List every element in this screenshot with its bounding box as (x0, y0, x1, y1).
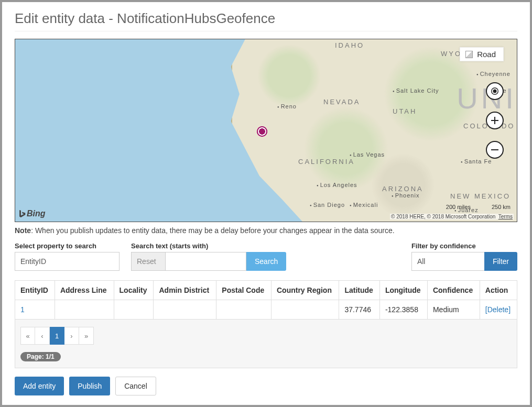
publish-button[interactable]: Publish (69, 377, 110, 395)
col-action: Action (480, 281, 517, 300)
state-label: ARIZONA (382, 185, 424, 193)
search-text-label: Search text (starts with) (131, 242, 286, 250)
terms-link[interactable]: Terms (498, 214, 513, 219)
state-label: NEW MEXICO (450, 192, 511, 200)
zoom-out-button[interactable] (486, 141, 504, 159)
page-title: Edit entity data - NotificationHubsGeofe… (15, 10, 517, 31)
map-copyright: © 2018 HERE, © 2018 Microsoft Corporatio… (390, 214, 514, 219)
map-marker[interactable] (257, 126, 267, 137)
entity-table: EntityIDAddress LineLocalityAdmin Distri… (15, 280, 517, 320)
cell-admin-district (154, 300, 216, 320)
city-label: Cheyenne (476, 71, 511, 77)
search-input[interactable] (165, 252, 246, 271)
select-property-label: Select property to search (15, 242, 120, 250)
city-label: Phoenix (392, 192, 419, 199)
col-locality: Locality (114, 281, 154, 300)
bing-icon (18, 209, 26, 218)
reset-button[interactable] (131, 252, 165, 271)
map[interactable]: UNIT IDAHOWYOMINGNEVADAUTAHCOLORADOCALIF… (15, 39, 517, 222)
col-country-region: Country Region (271, 281, 339, 300)
city-label: Santa Fe (461, 158, 492, 164)
filter-button[interactable]: Filter (484, 252, 517, 271)
pager: « ‹ 1 › » (20, 327, 512, 345)
cell-latitude: 37.7746 (339, 300, 380, 320)
col-admin-district: Admin District (154, 281, 216, 300)
minus-icon (490, 145, 500, 155)
state-label: CALIFORNIA (298, 158, 355, 166)
city-label: Los Angeles (317, 182, 357, 188)
cell-entityid: 1 (15, 300, 55, 320)
cell-postal-code (216, 300, 272, 320)
search-button[interactable]: Search (246, 252, 286, 271)
publish-note: Note: When you publish updates to entity… (15, 226, 517, 235)
pager-current[interactable]: 1 (50, 327, 64, 345)
filter-label: Filter by confidence (411, 242, 517, 250)
state-label: IDAHO (335, 41, 364, 49)
entity-id-link[interactable]: 1 (20, 305, 25, 314)
cell-action: [Delete] (480, 300, 517, 320)
cell-longitude: -122.3858 (379, 300, 427, 320)
map-scale: 200 miles 250 km (446, 204, 511, 210)
cancel-button[interactable]: Cancel (115, 377, 156, 395)
cell-locality (114, 300, 154, 320)
cell-confidence: Medium (427, 300, 480, 320)
map-type-selector[interactable]: Road (460, 47, 504, 61)
pager-last[interactable]: » (79, 327, 94, 345)
bing-logo: Bing (18, 209, 46, 218)
city-label: Mexicali (350, 202, 378, 208)
city-label: Salt Lake City (393, 87, 439, 94)
pager-first[interactable]: « (20, 327, 35, 345)
add-entity-button[interactable]: Add entity (15, 377, 64, 395)
map-type-label: Road (477, 50, 496, 59)
city-label: Las Vegas (350, 151, 385, 158)
col-entityid: EntityID (15, 281, 55, 300)
cell-country-region (271, 300, 339, 320)
plus-icon (490, 116, 500, 125)
city-label: San Diego (310, 202, 345, 208)
cell-address-line (55, 300, 114, 320)
locate-me-button[interactable] (486, 82, 504, 100)
col-confidence: Confidence (427, 281, 480, 300)
locate-icon (493, 90, 497, 93)
city-label: Reno (277, 103, 297, 109)
zoom-in-button[interactable] (486, 112, 504, 129)
property-select[interactable]: EntityID (15, 252, 120, 271)
pager-next[interactable]: › (64, 327, 79, 345)
page-indicator: Page: 1/1 (20, 352, 61, 361)
col-address-line: Address Line (55, 281, 114, 300)
confidence-filter-select[interactable]: All (411, 252, 485, 271)
state-label: NEVADA (323, 98, 361, 106)
delete-link[interactable]: [Delete] (485, 305, 511, 314)
table-row: 137.7746-122.3858Medium[Delete] (15, 300, 517, 320)
pager-prev[interactable]: ‹ (35, 327, 50, 345)
col-latitude: Latitude (339, 281, 380, 300)
col-longitude: Longitude (379, 281, 427, 300)
col-postal-code: Postal Code (216, 281, 272, 300)
road-icon (465, 51, 473, 58)
state-label: UTAH (393, 107, 417, 115)
